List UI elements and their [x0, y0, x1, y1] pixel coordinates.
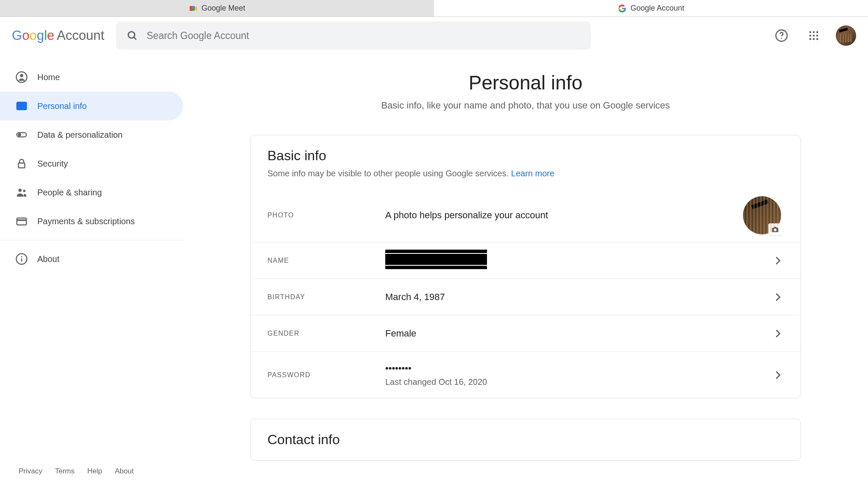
svg-point-31 — [21, 256, 22, 257]
google-account-logo[interactable]: Google Account — [12, 28, 104, 43]
tab-label: Google Meet — [201, 4, 245, 13]
sidebar-item-label: About — [37, 254, 59, 264]
basic-info-card: Basic info Some info may be visible to o… — [250, 135, 801, 398]
help-button[interactable] — [771, 25, 792, 46]
card-title: Basic info — [267, 148, 784, 164]
lock-icon — [15, 157, 28, 170]
svg-point-12 — [816, 35, 818, 37]
apps-button[interactable] — [804, 25, 824, 46]
svg-point-14 — [813, 38, 815, 40]
svg-point-3 — [128, 32, 135, 38]
tab-label: Google Account — [630, 4, 684, 13]
svg-rect-27 — [17, 218, 27, 225]
person-circle-icon — [15, 71, 28, 83]
footer-privacy[interactable]: Privacy — [19, 467, 42, 476]
sidebar-item-about[interactable]: About — [0, 245, 183, 273]
app-header: Google Account — [0, 17, 868, 54]
search-icon — [126, 30, 138, 42]
sidebar-item-personal-info[interactable]: Personal info — [0, 92, 183, 120]
toggle-icon — [15, 128, 28, 141]
profile-photo[interactable] — [743, 196, 781, 234]
camera-icon — [771, 226, 779, 233]
sidebar-item-people-sharing[interactable]: People & sharing — [0, 178, 183, 207]
svg-point-6 — [781, 38, 782, 39]
svg-point-32 — [774, 229, 776, 231]
page-title: Personal info — [469, 71, 583, 94]
svg-rect-2 — [190, 6, 192, 11]
svg-rect-24 — [19, 163, 25, 168]
id-card-icon — [15, 100, 28, 112]
search-input[interactable] — [147, 30, 581, 42]
sidebar-nav: Home Personal info Data & personalizatio… — [0, 54, 183, 484]
svg-point-15 — [816, 38, 818, 40]
svg-point-19 — [19, 104, 21, 106]
svg-point-25 — [19, 189, 22, 192]
sidebar-item-security[interactable]: Security — [0, 149, 183, 178]
page-subtitle: Basic info, like your name and photo, th… — [381, 100, 670, 111]
camera-badge — [768, 223, 782, 235]
sidebar-item-label: Personal info — [37, 101, 87, 111]
svg-point-11 — [813, 35, 815, 37]
row-name[interactable]: Name — [250, 242, 801, 278]
row-value: A photo helps personalize your account — [385, 210, 743, 221]
sidebar-item-label: Data & personalization — [37, 130, 122, 140]
svg-point-13 — [810, 38, 812, 40]
main-content: Personal info Basic info, like your name… — [183, 54, 868, 484]
card-subtitle: Some info may be visible to other people… — [267, 169, 784, 178]
chevron-right-icon — [772, 328, 784, 339]
apps-grid-icon — [808, 30, 820, 42]
browser-tab-account[interactable]: Google Account — [434, 0, 868, 17]
chevron-right-icon — [772, 291, 784, 303]
sidebar-item-label: Security — [37, 159, 68, 169]
account-avatar[interactable] — [836, 25, 856, 46]
sidebar-item-data-personalization[interactable]: Data & personalization — [0, 120, 183, 149]
svg-line-4 — [134, 37, 136, 40]
row-label: Birthday — [267, 293, 385, 301]
footer-terms[interactable]: Terms — [55, 467, 75, 476]
footer-about[interactable]: About — [115, 467, 134, 476]
logo-account-word: Account — [57, 28, 104, 43]
password-dots: •••••••• — [385, 363, 772, 374]
redacted-name — [385, 254, 487, 265]
row-value — [385, 254, 772, 267]
search-box[interactable] — [116, 22, 591, 50]
people-icon — [15, 186, 28, 199]
row-password[interactable]: Password •••••••• Last changed Oct 16, 2… — [250, 351, 801, 398]
svg-point-26 — [23, 189, 25, 192]
credit-card-icon — [15, 215, 28, 228]
row-birthday[interactable]: Birthday March 4, 1987 — [250, 278, 801, 315]
contact-info-card: Contact info — [250, 419, 801, 461]
row-label: Photo — [267, 211, 385, 219]
row-gender[interactable]: Gender Female — [250, 315, 801, 351]
svg-point-7 — [810, 31, 812, 33]
row-label: Gender — [267, 330, 385, 337]
sidebar-item-payments[interactable]: Payments & subscriptions — [0, 207, 183, 236]
sidebar-item-label: People & sharing — [37, 188, 102, 197]
row-label: Name — [267, 257, 385, 264]
svg-point-17 — [20, 74, 23, 78]
sidebar-divider — [0, 240, 183, 240]
help-icon — [775, 29, 788, 42]
browser-tab-bar: Google Meet Google Account — [0, 0, 868, 17]
footer-help[interactable]: Help — [87, 467, 102, 476]
sidebar-item-home[interactable]: Home — [0, 63, 183, 92]
browser-tab-meet[interactable]: Google Meet — [0, 0, 434, 17]
sidebar-item-label: Payments & subscriptions — [37, 217, 135, 226]
row-photo[interactable]: Photo A photo helps personalize your acc… — [250, 189, 801, 242]
svg-point-10 — [810, 35, 812, 37]
password-last-changed: Last changed Oct 16, 2020 — [385, 377, 772, 387]
learn-more-link[interactable]: Learn more — [511, 169, 554, 178]
svg-point-8 — [813, 31, 815, 33]
row-value: Female — [385, 328, 772, 339]
svg-point-9 — [816, 31, 818, 33]
row-value: •••••••• Last changed Oct 16, 2020 — [385, 363, 772, 387]
chevron-right-icon — [772, 255, 784, 267]
info-icon — [15, 253, 28, 265]
svg-point-23 — [18, 133, 21, 136]
card-title: Contact info — [267, 432, 784, 448]
footer-links: Privacy Terms Help About — [19, 467, 134, 476]
row-label: Password — [267, 371, 385, 379]
google-g-icon — [618, 4, 627, 13]
sidebar-item-label: Home — [37, 72, 60, 82]
chevron-right-icon — [772, 369, 784, 381]
